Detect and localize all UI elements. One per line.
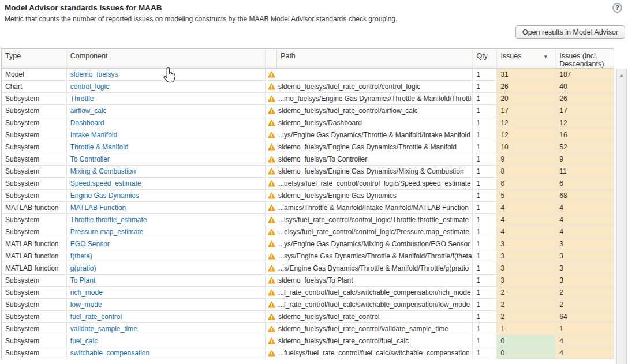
status-cell [266,190,277,201]
column-header-path[interactable]: Path [277,49,473,68]
warning-icon [268,132,275,138]
scroll-up-icon[interactable]: ▲ [617,69,626,78]
type-cell: Subsystem [2,105,67,117]
issues-cell: 4 [497,214,556,226]
issues-cell: 5 [497,190,556,201]
component-link[interactable]: To Controller [70,155,110,163]
type-cell: Subsystem [2,214,67,226]
issues-cell: 3 [497,238,556,250]
warning-icon [268,228,275,235]
type-cell: Subsystem [2,287,67,298]
issues-cell: 8 [497,166,556,177]
table-row: MATLAB functionMATLAB Function...amics/T… [2,202,614,214]
column-header-status[interactable] [266,49,277,68]
type-cell: MATLAB function [2,238,67,250]
warning-icon [268,144,275,151]
component-link[interactable]: MATLAB Function [70,204,126,212]
component-link[interactable]: sldemo_fuelsys [70,70,118,78]
table-row: SubsystemPressure.map_estimate...elsys/f… [2,226,614,238]
status-cell [266,226,277,238]
table-row: Subsystemrich_mode...l_rate_control/fuel… [2,287,614,299]
component-link[interactable]: To Plant [70,276,95,284]
issues-incl-cell: 6 [556,178,614,189]
table-row: SubsystemThrottle...mo_fuelsys/Engine Ga… [2,93,614,105]
warning-icon [268,192,275,199]
table-header-row: Type Component Path Qty Issues ▼ Issues … [2,49,614,69]
component-link[interactable]: fuel_calc [70,337,98,345]
path-cell: sldemo_fuelsys/Dashboard [277,117,473,129]
component-link[interactable]: Pressure.map_estimate [70,228,144,236]
table-row: Modelsldemo_fuelsys131187 [2,69,614,81]
component-link[interactable]: rich_mode [70,288,103,297]
component-link[interactable]: validate_sample_time [70,325,137,333]
qty-cell: 1 [473,129,497,141]
table-row: MATLAB functiong(pratio)...s/Engine Gas … [2,262,614,275]
component-link[interactable]: Engine Gas Dynamics [70,192,139,200]
component-link[interactable]: Throttle & Manifold [70,143,129,151]
component-link[interactable]: Mixing & Combustion [70,167,136,175]
qty-cell: 1 [473,105,497,117]
component-link[interactable]: Throttle [70,95,94,103]
component-link[interactable]: low_mode [70,301,102,309]
component-link[interactable]: Dashboard [70,119,104,127]
path-cell: ...uelsys/fuel_rate_control/control_logi… [277,178,473,189]
issues-table: Type Component Path Qty Issues ▼ Issues … [1,48,614,359]
table-row: Subsystemfuel_calcsldemo_fuelsys/fuel_ra… [2,335,614,347]
issues-incl-cell: 4 [556,202,614,213]
component-cell: control_logic [67,81,266,92]
component-cell: Pressure.map_estimate [67,226,266,238]
warning-icon [268,253,275,260]
path-cell: ...ys/Engine Gas Dynamics/Throttle & Man… [277,129,473,141]
component-link[interactable]: Throttle.throttle_estimate [70,216,147,224]
table-row: SubsystemMixing & Combustionsldemo_fuels… [2,166,614,178]
qty-cell: 1 [473,190,497,201]
component-link[interactable]: fuel_rate_control [70,313,122,321]
column-header-qty[interactable]: Qty [473,49,497,68]
type-cell: Subsystem [2,323,67,335]
warning-icon [268,325,275,332]
issues-cell: 9 [497,153,556,165]
status-cell [266,262,277,274]
table-row: Subsystemswitchable_compensation...fuels… [2,347,614,359]
issues-cell: 12 [497,117,556,129]
component-link[interactable]: g(pratio) [70,264,96,272]
issues-incl-cell: 17 [556,105,614,117]
component-link[interactable]: switchable_compensation [70,349,149,357]
component-link[interactable]: EGO Sensor [70,240,110,248]
column-header-issues-incl[interactable]: Issues (incl. Descendants) [556,49,614,68]
component-cell: Engine Gas Dynamics [67,190,266,201]
help-icon[interactable]: ? [612,3,622,13]
type-cell: Subsystem [2,141,67,153]
warning-icon [268,241,275,247]
path-cell: ...mo_fuelsys/Engine Gas Dynamics/Thrott… [277,93,473,104]
component-link[interactable]: control_logic [70,82,109,91]
issues-cell: 17 [497,105,556,117]
component-link[interactable]: Speed.speed_estimate [70,179,141,187]
issues-cell: 2 [497,299,556,310]
issues-cell: 26 [497,81,556,92]
type-cell: MATLAB function [2,250,67,262]
issues-cell: 2 [497,287,556,298]
component-link[interactable]: Intake Manifold [70,131,117,139]
warning-icon [268,168,275,175]
column-header-type[interactable]: Type [2,49,67,68]
status-cell [266,166,277,177]
vertical-scrollbar[interactable]: ▲ [616,69,627,364]
table-row: SubsystemEngine Gas Dynamicssldemo_fuels… [2,190,614,202]
component-cell: airflow_calc [67,105,266,117]
issues-incl-cell: 187 [556,69,614,80]
type-cell: Subsystem [2,93,67,104]
path-cell: sldemo_fuelsys/To Plant [277,275,473,286]
status-cell [266,129,277,141]
component-cell: rich_mode [67,287,266,298]
component-link[interactable]: airflow_calc [70,107,107,115]
sort-desc-icon[interactable]: ▼ [543,53,548,61]
issues-incl-cell: 4 [556,226,614,238]
warning-icon [268,83,275,90]
column-header-issues[interactable]: Issues ▼ [497,49,556,68]
issues-cell: 3 [497,275,556,286]
component-link[interactable]: f(theta) [70,252,92,260]
column-header-component[interactable]: Component [67,49,266,68]
open-results-button[interactable]: Open results in Model Advisor [515,25,625,39]
qty-cell: 1 [473,214,497,226]
